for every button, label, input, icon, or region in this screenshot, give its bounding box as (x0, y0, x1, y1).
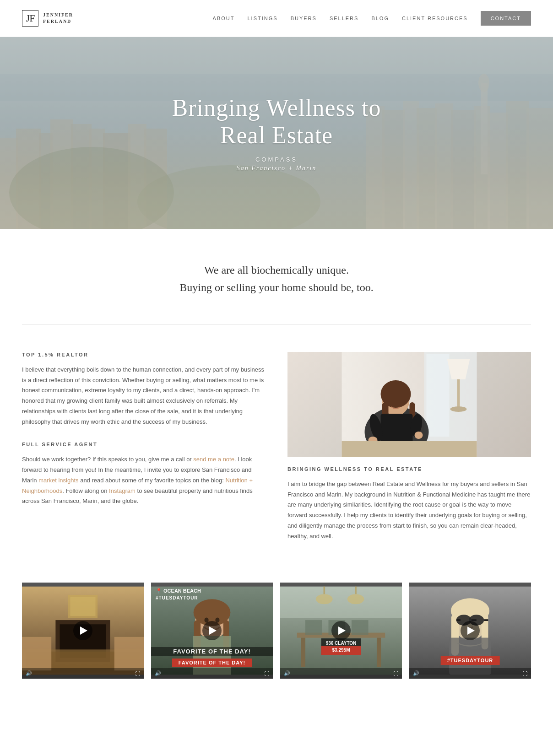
nav-client-resources[interactable]: CLIENT RESOURCES (402, 16, 468, 21)
main-nav: ABOUT LISTINGS BUYERS SELLERS BLOG CLIEN… (213, 11, 531, 26)
ocean-beach-label: 📍 OCEAN BEACH (156, 588, 201, 594)
video-thumb-3[interactable]: 936 CLAYTON $3.295M 🔊 ⛶ (280, 583, 402, 679)
market-insights-link[interactable]: market insights (38, 477, 78, 484)
full-service-body: Should we work together? If this speaks … (22, 454, 266, 507)
video-controls-1: 🔊 ⛶ (22, 668, 144, 679)
nav-about[interactable]: ABOUT (213, 16, 235, 21)
hero-section: Bringing Wellness toReal Estate COMPASS … (0, 37, 553, 229)
tuesday-tour-badge: #TUESDAYTOUR (441, 656, 500, 665)
play-button-4[interactable] (461, 621, 480, 640)
screen-icon-3[interactable]: ⛶ (393, 671, 398, 676)
nav-blog[interactable]: BLOG (371, 16, 389, 21)
play-button-3[interactable] (331, 621, 351, 640)
top-realtor-label: TOP 1.5% REALTOR (22, 352, 266, 357)
mute-icon-3[interactable]: 🔊 (284, 670, 290, 676)
video-thumb-2[interactable]: 📍 OCEAN BEACH #TUESDAYTOUR FAVORITE OF T… (151, 583, 273, 679)
favorite-of-day-badge: FAVORITE OF THE DAY! (151, 658, 273, 667)
svg-rect-48 (114, 637, 144, 670)
full-service-label: FULL SERVICE AGENT (22, 442, 266, 447)
hero-title: Bringing Wellness toReal Estate (172, 94, 381, 149)
nav-listings[interactable]: LISTINGS (248, 16, 278, 21)
mute-icon-2[interactable]: 🔊 (155, 670, 161, 676)
send-note-link[interactable]: send me a note (193, 456, 234, 463)
about-section: TOP 1.5% REALTOR I believe that everythi… (0, 347, 553, 569)
logo-text: JENNIFER FERLAND (43, 12, 73, 25)
svg-rect-78 (472, 620, 477, 621)
play-icon-3 (338, 626, 346, 635)
agent-photo-svg (287, 352, 531, 457)
logo[interactable]: JF JENNIFER FERLAND (22, 10, 73, 27)
screen-icon-4[interactable]: ⛶ (522, 671, 527, 676)
wellness-label: BRINGING WELLNESS TO REAL ESTATE (287, 466, 531, 472)
about-left-column: TOP 1.5% REALTOR I believe that everythi… (22, 352, 266, 542)
agent-photo (287, 352, 531, 457)
play-button-1[interactable] (73, 621, 92, 640)
svg-rect-69 (352, 620, 369, 635)
svg-rect-80 (484, 620, 488, 621)
svg-rect-47 (22, 637, 51, 670)
play-icon-4 (467, 626, 475, 635)
section-divider (22, 324, 531, 324)
svg-point-40 (415, 432, 423, 439)
hero-content: Bringing Wellness toReal Estate COMPASS … (0, 37, 553, 229)
svg-rect-27 (427, 354, 450, 437)
wellness-body: I aim to bridge the gap between Real Est… (287, 479, 531, 542)
svg-rect-65 (301, 638, 305, 667)
nav-buyers[interactable]: BUYERS (291, 16, 317, 21)
svg-rect-66 (377, 638, 381, 667)
video-controls-2: 🔊 ⛶ (151, 668, 273, 679)
play-icon-1 (80, 626, 87, 635)
instagram-link[interactable]: Instagram (109, 487, 136, 494)
screen-icon-1[interactable]: ⛶ (135, 671, 140, 676)
video-controls-3: 🔊 ⛶ (280, 668, 402, 679)
play-icon-2 (209, 626, 217, 635)
logo-monogram: JF (22, 10, 38, 27)
svg-rect-79 (456, 620, 461, 621)
svg-rect-67 (305, 620, 322, 635)
tuesday-tour-label: #TUESDAYTOUR (156, 595, 198, 600)
site-header: JF JENNIFER FERLAND ABOUT LISTINGS BUYER… (0, 0, 553, 37)
address-badge: 936 CLAYTON $3.295M (321, 638, 361, 655)
mute-icon-4[interactable]: 🔊 (413, 670, 419, 676)
nav-sellers[interactable]: SELLERS (330, 16, 359, 21)
video-thumb-1[interactable]: 🔊 ⛶ (22, 583, 144, 679)
hero-location: San Francisco + Marin (237, 165, 317, 172)
svg-rect-41 (342, 441, 477, 457)
top-realtor-body: I believe that everything boils down to … (22, 365, 266, 427)
svg-rect-50 (70, 597, 95, 616)
play-button-2[interactable] (202, 621, 222, 640)
video-controls-4: 🔊 ⛶ (409, 668, 531, 679)
favorite-overlay: FAVORITE OF THE DAY! (151, 647, 273, 656)
hero-compass-label: COMPASS (255, 156, 298, 163)
mute-icon-1[interactable]: 🔊 (26, 670, 32, 676)
svg-point-30 (450, 406, 467, 412)
video-section: 🔊 ⛶ (0, 569, 553, 706)
about-right-column: BRINGING WELLNESS TO REAL ESTATE I aim t… (287, 352, 531, 542)
tagline-section: We are all biochemically unique. Buying … (0, 229, 553, 319)
svg-rect-70 (280, 587, 402, 618)
video-thumb-4[interactable]: #TUESDAYTOUR 🔊 ⛶ (409, 583, 531, 679)
screen-icon-2[interactable]: ⛶ (264, 671, 269, 676)
svg-rect-29 (457, 379, 460, 407)
tagline-text: We are all biochemically unique. Buying … (22, 261, 531, 297)
nav-contact-button[interactable]: CONTACT (481, 11, 531, 26)
